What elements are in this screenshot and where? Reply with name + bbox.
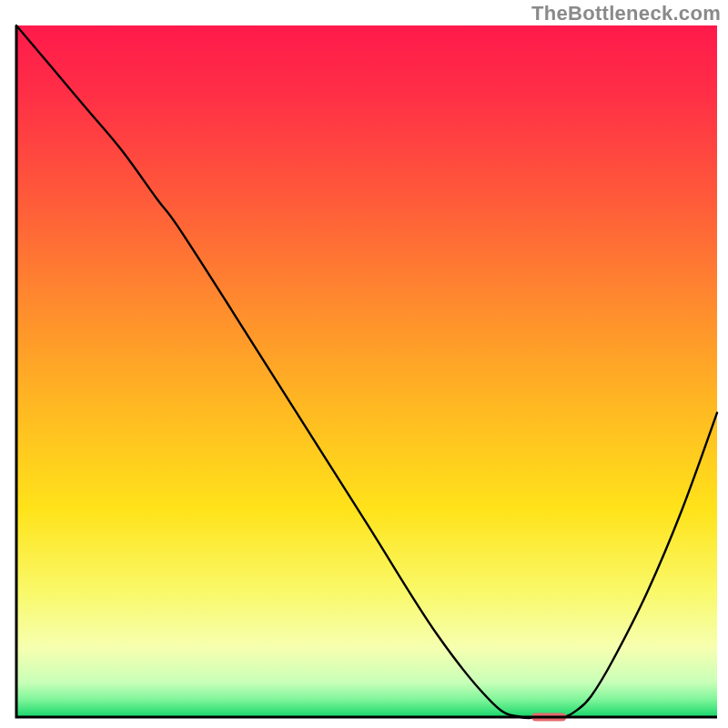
chart-container: TheBottleneck.com <box>0 0 728 728</box>
chart-svg <box>0 0 728 728</box>
gradient-background <box>16 25 717 717</box>
watermark-text: TheBottleneck.com <box>531 2 721 25</box>
